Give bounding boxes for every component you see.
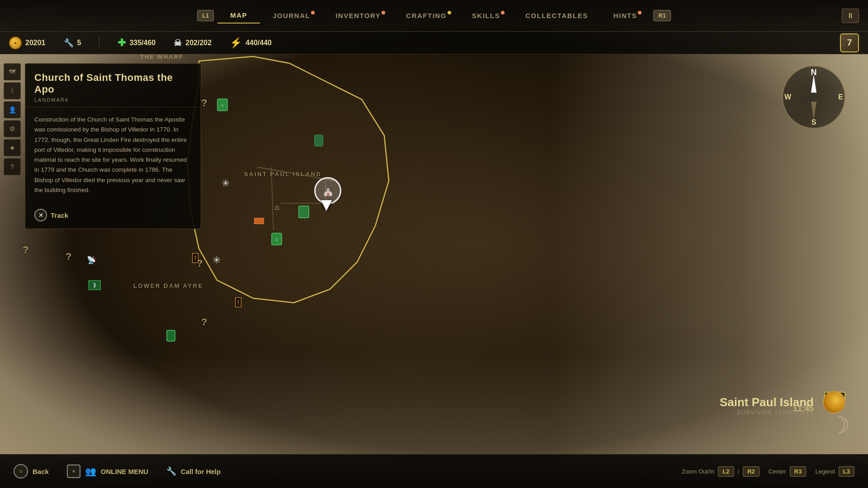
bottom-right-actions: Zoom Out/In L2 / R2 Center R3 Legend L3 [682,466,854,477]
tab-inventory[interactable]: INVENTORY [323,8,393,23]
zoom-in-btn[interactable]: R2 [743,466,760,477]
side-icon-gear[interactable]: ⚙ [4,120,21,137]
region-moon-icon: ☽ [830,412,850,438]
energy-values: 440/440 [245,39,272,47]
windmill-icon-1: ✳ [222,178,230,189]
map-marker-quest-1[interactable]: ! [192,253,198,263]
map-marker-windmill-2[interactable]: ✳ [212,254,221,266]
map-marker-house-1[interactable]: ⌂ [275,203,279,211]
stats-bar: ● 20201 🔧 5 ✚ 335/460 ☠ 202/202 ⚡ 440/44… [0,32,868,54]
side-icon-person[interactable]: 👤 [4,101,21,118]
legend-action[interactable]: Legend L3 [815,466,854,477]
back-label: Back [33,468,49,475]
quest-icon-1: ! [192,253,198,263]
green-building-icon-1: ⌂ [217,99,228,111]
tab-hints[interactable]: HINTS [601,8,650,23]
location-card: Church of Saint Thomas the Apo LANDMARK … [25,63,201,229]
ammo-stat: 🔧 5 [64,38,81,48]
side-icon-star[interactable]: ★ [4,139,21,156]
card-description: Construction of the Church of Saint Thom… [34,115,192,195]
player-cursor [321,200,332,211]
green-building-icon-4: ⟫ [88,280,101,290]
time-display: 11:45 [793,404,814,413]
kills-stat: ☠ 202/202 [174,38,212,48]
map-marker-building-3[interactable]: ⌂ [271,233,282,245]
map-marker-question-3[interactable]: ? [66,251,71,263]
map-marker-tower[interactable]: 📡 [87,256,96,264]
side-icon-quest[interactable]: ! [4,82,21,99]
question-icon-1: ? [201,97,207,109]
green-building-icon-3: ⌂ [271,233,282,245]
green-building-icon-2 [314,135,323,146]
track-button[interactable]: ✕ Track [34,209,68,221]
x-button-icon: ✕ [34,209,47,221]
center-btn[interactable]: R3 [790,466,807,477]
time-sun-icon [823,391,845,413]
health-icon: ✚ [118,37,126,49]
skills-dot [501,11,505,14]
compass-needle-north [811,75,816,93]
green-building-icon-5 [166,330,175,342]
map-marker-question-1[interactable]: ? [201,97,207,109]
map-marker-quest-2[interactable]: ! [235,297,241,307]
map-marker-building-1[interactable]: ⌂ [217,99,228,111]
tab-map[interactable]: MAP [217,8,260,23]
question-icon-4: ? [23,244,28,256]
house-icon-1: ⌂ [275,203,279,211]
map-marker-building-4[interactable]: ⟫ [88,280,101,290]
card-subtitle: LANDMARK [34,97,192,103]
map-marker-windmill-1[interactable]: ✳ [222,178,230,189]
call-for-help-label: Call for Help [181,468,221,475]
side-icon-map[interactable]: 🗺 [4,63,21,80]
zoom-slash: / [738,468,740,475]
ammo-value: 5 [77,39,81,47]
tab-skills[interactable]: SKILLS [459,8,513,23]
map-marker-question-5[interactable]: ? [201,316,207,328]
call-help-icon: 🔧 [166,466,176,476]
lower-dam-ayre-label: LOWER DAM AYRE [133,282,203,289]
pause-button[interactable]: ⏸ [842,9,859,23]
health-values: 335/460 [129,39,156,47]
kills-values: 202/202 [185,39,212,47]
church-icon: ⛪ [322,185,334,197]
green-building-icon-6 [298,206,309,218]
map-marker-building-2[interactable] [314,135,323,146]
top-nav: L1 MAP JOURNAL INVENTORY CRAFTING SKILLS… [0,0,868,32]
windmill-icon-2: ✳ [212,254,221,266]
controller-l1[interactable]: L1 [197,10,214,21]
coins-stat: ● 20201 [9,37,46,49]
card-header: Church of Saint Thomas the Apo LANDMARK [25,64,201,108]
online-menu-action[interactable]: ≡ 👥 ONLINE MENU [67,465,148,478]
controller-r1[interactable]: R1 [653,10,671,21]
track-label: Track [51,211,68,219]
card-title: Church of Saint Thomas the Apo [34,72,192,95]
card-body: Construction of the Church of Saint Thom… [25,108,201,202]
stat-divider-1 [99,36,99,50]
legend-btn[interactable]: L3 [839,466,854,477]
level-badge: 7 [840,33,859,52]
tower-icon: 📡 [87,256,96,264]
back-circle-btn[interactable]: ○ [14,464,28,479]
online-menu-btn-icon[interactable]: ≡ [67,465,80,478]
map-marker-orange-building[interactable] [254,218,264,224]
nav-tabs: MAP JOURNAL INVENTORY CRAFTING SKILLS CO… [217,8,650,23]
zoom-out-btn[interactable]: L2 [718,466,734,477]
back-action[interactable]: ○ Back [14,464,49,479]
map-marker-building-6[interactable] [298,206,309,218]
crafting-dot [448,11,451,14]
tab-crafting[interactable]: CRAFTING [393,8,459,23]
energy-stat: ⚡ 440/440 [230,37,272,49]
center-action[interactable]: Center R3 [769,466,807,477]
tab-journal[interactable]: JOURNAL [260,8,323,23]
side-icon-question[interactable]: ? [4,158,21,175]
bottom-bar: ○ Back ≡ 👥 ONLINE MENU 🔧 Call for Help Z… [0,454,868,488]
zoom-action[interactable]: Zoom Out/In L2 / R2 [682,466,760,477]
left-side-icons: 🗺 ! 👤 ⚙ ★ ? [4,63,21,175]
map-marker-building-5[interactable] [166,330,175,342]
tab-collectables[interactable]: COLLECTABLES [513,8,601,23]
question-icon-5: ? [201,316,207,328]
inventory-dot [382,11,385,14]
call-for-help-action[interactable]: 🔧 Call for Help [166,466,221,476]
map-marker-question-4[interactable]: ? [23,244,28,256]
compass-needle-south [811,102,816,120]
